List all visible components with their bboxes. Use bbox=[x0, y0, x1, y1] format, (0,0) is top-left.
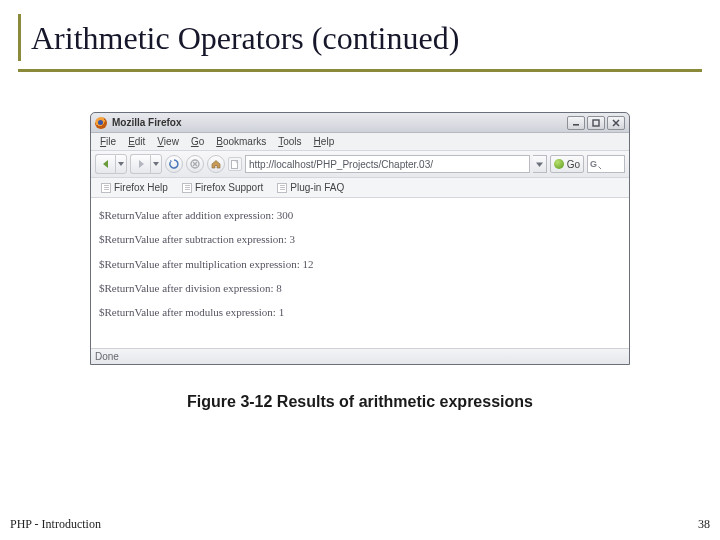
maximize-button[interactable] bbox=[587, 116, 605, 130]
go-button[interactable]: Go bbox=[550, 155, 584, 173]
address-input[interactable]: http://localhost/PHP_Projects/Chapter.03… bbox=[245, 155, 530, 173]
window-title: Mozilla Firefox bbox=[112, 117, 567, 128]
minimize-button[interactable] bbox=[567, 116, 585, 130]
bookmark-label: Firefox Support bbox=[195, 182, 263, 193]
output-line: $ReturnValue after multiplication expres… bbox=[99, 257, 621, 271]
firefox-icon bbox=[95, 117, 107, 129]
output-line: $ReturnValue after division expression: … bbox=[99, 281, 621, 295]
status-bar: Done bbox=[91, 348, 629, 364]
go-label: Go bbox=[567, 159, 580, 170]
address-dropdown[interactable] bbox=[533, 155, 547, 173]
svg-rect-0 bbox=[573, 124, 579, 126]
menu-help[interactable]: Help bbox=[309, 135, 340, 148]
bookmark-plugin-faq[interactable]: Plug-in FAQ bbox=[271, 180, 350, 195]
address-bar-wrap: http://localhost/PHP_Projects/Chapter.03… bbox=[228, 155, 625, 173]
stop-button[interactable] bbox=[186, 155, 204, 173]
menubar: File Edit View Go Bookmarks Tools Help bbox=[91, 133, 629, 151]
title-block: Arithmetic Operators (continued) bbox=[18, 14, 702, 61]
go-icon bbox=[554, 159, 564, 169]
bookmark-label: Plug-in FAQ bbox=[290, 182, 344, 193]
output-line: $ReturnValue after subtraction expressio… bbox=[99, 232, 621, 246]
page-icon bbox=[101, 183, 111, 193]
page-icon bbox=[277, 183, 287, 193]
slide-title: Arithmetic Operators (continued) bbox=[31, 20, 702, 57]
menu-tools[interactable]: Tools bbox=[273, 135, 306, 148]
close-button[interactable] bbox=[607, 116, 625, 130]
back-dropdown[interactable] bbox=[115, 154, 127, 174]
page-icon bbox=[182, 183, 192, 193]
forward-button[interactable] bbox=[130, 154, 150, 174]
bookmark-label: Firefox Help bbox=[114, 182, 168, 193]
menu-bookmarks[interactable]: Bookmarks bbox=[211, 135, 271, 148]
browser-window: Mozilla Firefox File Edit View Go Bookma… bbox=[90, 112, 630, 365]
footer-left: PHP - Introduction bbox=[10, 517, 101, 532]
reload-button[interactable] bbox=[165, 155, 183, 173]
title-underline bbox=[18, 69, 702, 72]
search-icon: G bbox=[590, 158, 602, 170]
figure-caption: Figure 3-12 Results of arithmetic expres… bbox=[18, 393, 702, 411]
back-button[interactable] bbox=[95, 154, 115, 174]
svg-text:G: G bbox=[590, 159, 597, 169]
bookmark-firefox-support[interactable]: Firefox Support bbox=[176, 180, 269, 195]
bookmark-firefox-help[interactable]: Firefox Help bbox=[95, 180, 174, 195]
search-input[interactable]: G bbox=[587, 155, 625, 173]
address-url-text: http://localhost/PHP_Projects/Chapter.03… bbox=[249, 159, 433, 170]
nav-toolbar: http://localhost/PHP_Projects/Chapter.03… bbox=[91, 151, 629, 178]
menu-file[interactable]: File bbox=[95, 135, 121, 148]
forward-button-group bbox=[130, 154, 162, 174]
home-button[interactable] bbox=[207, 155, 225, 173]
status-text: Done bbox=[95, 351, 119, 362]
bookmarks-toolbar: Firefox Help Firefox Support Plug-in FAQ bbox=[91, 178, 629, 198]
page-icon bbox=[228, 157, 242, 171]
window-titlebar: Mozilla Firefox bbox=[91, 113, 629, 133]
forward-dropdown[interactable] bbox=[150, 154, 162, 174]
window-buttons bbox=[567, 116, 625, 130]
output-line: $ReturnValue after addition expression: … bbox=[99, 208, 621, 222]
slide-number: 38 bbox=[698, 517, 710, 532]
page-content: $ReturnValue after addition expression: … bbox=[91, 198, 629, 348]
svg-rect-1 bbox=[593, 120, 599, 126]
menu-view[interactable]: View bbox=[152, 135, 184, 148]
menu-go[interactable]: Go bbox=[186, 135, 209, 148]
menu-edit[interactable]: Edit bbox=[123, 135, 150, 148]
output-line: $ReturnValue after modulus expression: 1 bbox=[99, 305, 621, 319]
back-button-group bbox=[95, 154, 127, 174]
